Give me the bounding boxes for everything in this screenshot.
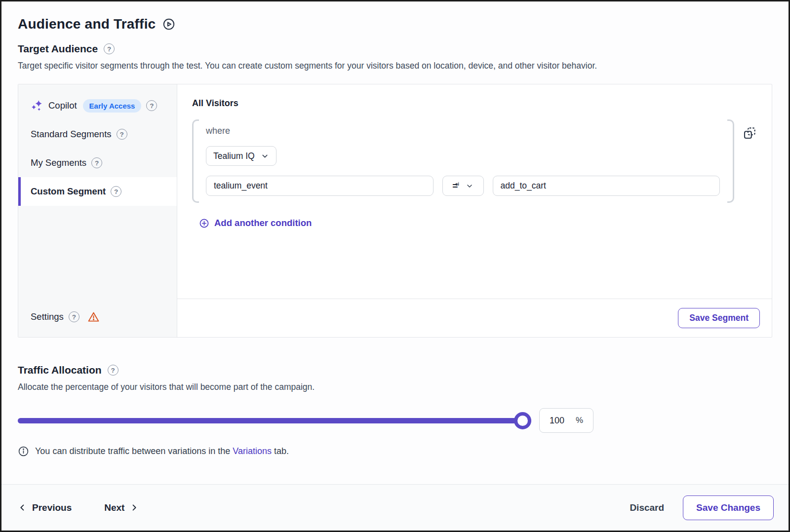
attribute-input[interactable] [206, 176, 434, 196]
segment-panel-footer: Save Segment [177, 299, 772, 337]
sidebar-item-label: Standard Segments [31, 129, 112, 140]
sidebar-item-label: Settings [31, 311, 64, 322]
target-audience-header: Target Audience ? [18, 43, 772, 55]
traffic-percent-unit: % [576, 416, 583, 425]
sidebar-item-my-segments[interactable]: My Segments ? [18, 149, 177, 177]
chevron-left-icon [18, 503, 27, 512]
early-access-badge: Early Access [83, 99, 142, 113]
play-circle-icon[interactable] [162, 18, 175, 31]
operator-select[interactable]: =ci [442, 176, 484, 196]
segment-main: All Visitors where Tealium IQ [177, 84, 772, 337]
slider-track [18, 418, 531, 423]
group-bracket-right [727, 119, 734, 203]
group-bracket-left [192, 119, 199, 203]
add-condition-button[interactable]: Add another condition [199, 218, 312, 228]
sidebar-item-label: My Segments [31, 157, 86, 168]
value-input[interactable] [493, 176, 720, 196]
traffic-slider-row: 100 % [18, 408, 772, 433]
where-label: where [206, 126, 720, 136]
discard-button[interactable]: Discard [630, 502, 664, 513]
note-text: You can distribute traffic between varia… [35, 446, 289, 456]
operator-modifier: ci [455, 182, 459, 187]
audience-title: All Visitors [192, 98, 757, 109]
sidebar-item-label: Copilot [48, 100, 77, 111]
sidebar-item-custom-segment[interactable]: Custom Segment ? [18, 177, 177, 206]
plus-circle-icon [199, 218, 209, 228]
segment-sidebar: Copilot Early Access ? Standard Segments… [18, 84, 177, 337]
chevron-right-icon [129, 503, 139, 512]
section-description: Target specific visitor segments through… [18, 61, 772, 71]
segment-builder-panel: Copilot Early Access ? Standard Segments… [18, 84, 772, 338]
traffic-percent-field[interactable]: 100 % [539, 408, 593, 433]
sparkles-icon [31, 99, 43, 112]
help-icon[interactable]: ? [117, 129, 127, 140]
help-icon[interactable]: ? [108, 365, 118, 376]
save-changes-button[interactable]: Save Changes [683, 495, 774, 520]
traffic-description: Allocate the percentage of your visitors… [18, 382, 772, 392]
sidebar-item-label: Custom Segment [31, 186, 106, 197]
help-icon[interactable]: ? [111, 186, 121, 197]
help-icon[interactable]: ? [91, 157, 102, 168]
traffic-percent-value: 100 [550, 416, 564, 426]
sidebar-item-settings[interactable]: Settings ? [18, 303, 177, 331]
condition-group: where Tealium IQ [192, 119, 757, 203]
audience-and-traffic-page: Audience and Traffic Target Audience ? T… [1, 1, 789, 531]
help-icon[interactable]: ? [146, 100, 157, 111]
variations-tab-link[interactable]: Variations [233, 446, 272, 456]
traffic-slider[interactable] [18, 412, 531, 429]
traffic-note: You can distribute traffic between varia… [18, 446, 772, 457]
section-title: Target Audience [18, 43, 98, 55]
traffic-title: Traffic Allocation [18, 364, 102, 376]
next-label: Next [104, 502, 124, 513]
help-icon[interactable]: ? [104, 43, 115, 54]
copy-icon[interactable] [742, 126, 757, 203]
previous-button[interactable]: Previous [18, 502, 72, 513]
data-source-value: Tealium IQ [213, 151, 255, 161]
page-title: Audience and Traffic [18, 16, 156, 32]
sidebar-item-standard-segments[interactable]: Standard Segments ? [18, 120, 177, 149]
help-icon[interactable]: ? [69, 311, 79, 322]
previous-label: Previous [32, 502, 72, 513]
data-source-select[interactable]: Tealium IQ [206, 146, 276, 166]
traffic-allocation-header: Traffic Allocation ? [18, 364, 772, 376]
chevron-down-icon [261, 152, 269, 160]
chevron-down-icon [466, 182, 474, 190]
page-footer: Previous Next Discard Save Changes [1, 484, 789, 531]
warning-triangle-icon [87, 311, 100, 323]
next-button[interactable]: Next [104, 502, 139, 513]
page-header: Audience and Traffic [18, 16, 772, 32]
slider-handle[interactable] [514, 412, 531, 429]
info-icon [18, 446, 29, 457]
save-segment-button[interactable]: Save Segment [678, 308, 760, 328]
add-condition-label: Add another condition [214, 218, 312, 228]
sidebar-item-copilot[interactable]: Copilot Early Access ? [18, 91, 177, 120]
